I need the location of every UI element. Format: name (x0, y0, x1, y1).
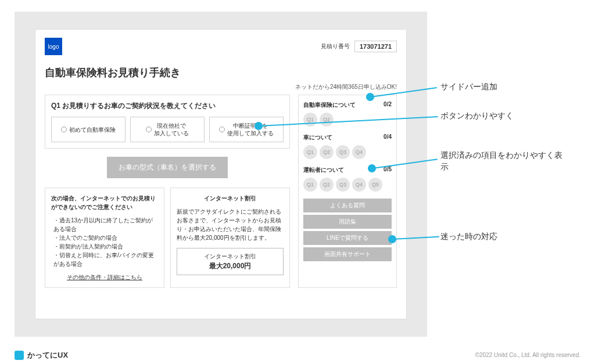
annotation-selected-clear: 選択済みの項目をわかりやすく表示 (440, 150, 562, 172)
discount-box-label: インターネット割引 (181, 252, 279, 261)
progress-chip[interactable]: Q4 (352, 145, 366, 159)
warning-details-link[interactable]: その他の条件・詳細はこちら (51, 273, 158, 282)
copyright: ©2022 Unitd Co., Ltd. All rights reserve… (475, 352, 580, 358)
progress-chip[interactable]: Q3 (336, 145, 350, 159)
sidebar-screenshare-button[interactable]: 画面共有サポート (303, 247, 392, 261)
q1-option-2-label: 中断証明書を 使用して加入する (227, 122, 274, 137)
brand-name: かってにUX (27, 350, 68, 361)
net-ok-caption: ネットだから24時間365日申し込みOK! (45, 83, 397, 91)
discount-box-value: 最大20,000円 (181, 261, 279, 271)
annotation-button-clear: ボタンわかりやすく (440, 110, 514, 122)
progress-chip[interactable]: Q1 (303, 113, 317, 127)
page-title: 自動車保険料お見積り手続き (45, 66, 397, 80)
sidebar-line-button[interactable]: LINEで質問する (303, 231, 392, 245)
warning-title: 次の場合、インターネットでのお見積りができないのでご注意ください (51, 194, 158, 211)
sidebar-section-title: 車について (303, 134, 332, 142)
sidebar-section-title: 運転者について (303, 166, 344, 174)
progress-chip[interactable]: Q4 (352, 178, 366, 192)
annotation-help-when-lost: 迷った時の対応 (440, 231, 497, 243)
discount-title: インターネット割引 (177, 194, 284, 203)
progress-chip[interactable]: Q3 (336, 178, 350, 192)
annotation-sidebar-add: サイドバー追加 (440, 81, 497, 93)
sidebar-faq-button[interactable]: よくある質問 (303, 199, 392, 212)
q1-option-other-company[interactable]: 現在他社で 加入している (130, 117, 205, 142)
discount-amount-box: インターネット割引 最大20,000円 (177, 248, 284, 275)
q1-option-first-time[interactable]: 初めて自動車保険 (51, 117, 126, 142)
warning-item: 切替えと同時に、お車/バイクの変更がある場合 (53, 251, 158, 268)
question-q1-card: Q1 お見積りするお車のご契約状況を教えてください 初めて自動車保険 現在他社で… (45, 95, 290, 149)
brand-footer: かってにUX (15, 350, 68, 361)
radio-icon (219, 127, 225, 132)
progress-chip[interactable]: Q5 (368, 178, 382, 192)
sidebar-section-progress: 0/4 (383, 134, 392, 142)
warning-item: 過去13か月以内に終了したご契約がある場合 (53, 216, 158, 233)
q1-option-1-label: 現在他社で 加入している (154, 122, 189, 137)
quote-label: 見積り番号 (321, 42, 350, 51)
app-window: logo 見積り番号 173071271 自動車保険料お見積り手続き ネットだか… (35, 29, 407, 319)
progress-chip[interactable]: Q2 (320, 113, 334, 127)
sidebar-section-progress: 0/2 (383, 101, 392, 109)
progress-chip[interactable]: Q1 (303, 145, 317, 159)
progress-chip[interactable]: Q1 (303, 178, 317, 192)
select-car-model-button[interactable]: お車の型式（車名）を選択する (107, 157, 228, 178)
progress-chip[interactable]: Q2 (320, 145, 334, 159)
sidebar-section-progress: 0/5 (383, 166, 392, 174)
quote-number-value: 173071271 (354, 41, 397, 52)
progress-chip[interactable]: Q2 (320, 178, 334, 192)
radio-icon (61, 127, 67, 132)
sidebar-section-title: 自動車保険について (303, 101, 356, 109)
warning-item: 前契約が法人契約の場合 (53, 242, 158, 251)
warning-box: 次の場合、インターネットでのお見積りができないのでご注意ください 過去13か月以… (45, 188, 164, 288)
discount-body: 新規でアクサダイレクトにご契約されるお客さまで、インターネットからお見積り・お申… (177, 207, 284, 242)
discount-box: インターネット割引 新規でアクサダイレクトにご契約されるお客さまで、インターネッ… (170, 188, 290, 288)
radio-icon (146, 127, 152, 132)
q1-option-suspension-cert[interactable]: 中断証明書を 使用して加入する (209, 117, 284, 142)
sidebar-section-car: 車について0/4 Q1 Q2 Q3 Q4 (303, 134, 392, 159)
brand-logo-icon (15, 351, 24, 360)
quote-number-block: 見積り番号 173071271 (321, 41, 397, 52)
sidebar-glossary-button[interactable]: 用語集 (303, 215, 392, 229)
q1-title: Q1 お見積りするお車のご契約状況を教えてください (51, 101, 284, 111)
q1-option-0-label: 初めて自動車保険 (69, 126, 116, 134)
logo: logo (45, 38, 62, 55)
warning-item: 法人でのご契約の場合 (53, 233, 158, 242)
sidebar-section-driver: 運転者について0/5 Q1 Q2 Q3 Q4 Q5 (303, 166, 392, 192)
